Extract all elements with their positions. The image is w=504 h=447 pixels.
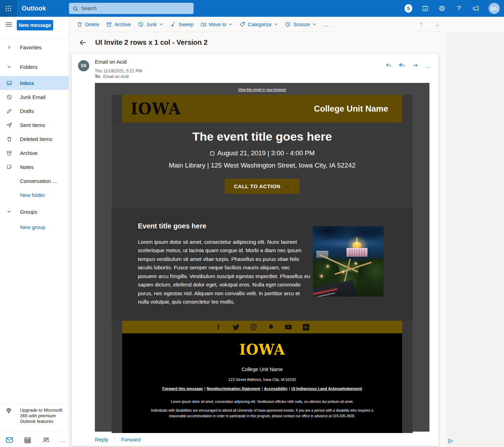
event-location: Main Library | 125 West Washington Stree… [112, 162, 413, 169]
land-acknowledgement-link[interactable]: UI Indigenous Land Acknowledgement [291, 386, 362, 391]
facebook-icon[interactable]: f [215, 323, 222, 331]
sidebar-section-folders[interactable]: Folders [0, 62, 69, 72]
iowa-logo-gold: IOWA [239, 340, 285, 358]
sidebar-item-deleted-items[interactable]: Deleted Items [0, 132, 69, 146]
twitter-icon[interactable] [232, 323, 240, 331]
sender-avatar[interactable]: E6 [78, 60, 89, 71]
inbox-icon [6, 80, 13, 86]
sidebar-section-groups[interactable]: Groups [0, 207, 69, 217]
premium-diamond-icon [6, 407, 13, 424]
sidebar-item-archive[interactable]: Archive [0, 146, 69, 160]
new-message-button[interactable]: New message [17, 20, 53, 30]
instagram-icon[interactable] [250, 323, 257, 331]
email-html-body: View this email in your browser IOWA Col… [95, 83, 429, 432]
sender-name: Email on Acid [95, 59, 127, 65]
pencil-icon [6, 108, 13, 114]
search-icon [72, 6, 78, 12]
next-message-arrow-icon[interactable] [434, 21, 441, 28]
top-app-bar: Outlook S ? EA [0, 0, 504, 17]
snooze-button[interactable]: Snooze [281, 19, 320, 29]
sidebar-section-favorites[interactable]: Favorites [0, 42, 69, 52]
adchoices-icon[interactable] [448, 438, 454, 444]
my-day-calendar-icon[interactable] [421, 5, 429, 12]
iowa-logo-black: IOWA [131, 99, 181, 118]
event-datetime: August 21, 2019 | 3:00 - 4:00 PM [112, 149, 413, 157]
hamburger-menu-icon[interactable] [5, 21, 13, 28]
sidebar-item-conversation[interactable]: Conversation ... [0, 174, 69, 188]
forward-icon[interactable] [412, 62, 418, 69]
sweep-broom-icon [170, 21, 176, 27]
chevron-down-icon [274, 22, 278, 26]
previous-message-arrow-icon[interactable] [418, 21, 425, 28]
settings-gear-icon[interactable] [438, 5, 446, 12]
mail-module-icon[interactable] [6, 436, 13, 444]
footer-address: 123 Street Address, Iowa City, IA 52242 [122, 377, 402, 382]
more-modules-button[interactable]: … [60, 437, 66, 443]
event-hero-section: The event title goes here August 21, 201… [112, 122, 413, 209]
sidebar-item-notes[interactable]: Notes [0, 160, 69, 174]
categorize-button[interactable]: Categorize [236, 19, 281, 29]
chevron-down-icon [6, 210, 13, 214]
sidebar-item-inbox[interactable]: Inbox [0, 76, 69, 90]
help-icon[interactable]: ? [455, 5, 463, 12]
sidebar-item-drafts[interactable]: Drafts [0, 104, 69, 118]
forward-this-message-link[interactable]: Forward this message [162, 386, 203, 391]
trash-icon [77, 21, 83, 27]
reading-pane: UI Invite 2 rows x 1 col - Version 2 E6 … [69, 32, 446, 447]
footer-legal-text-1: Lorem ipsum dolor sit amet, consectetur … [122, 400, 402, 404]
new-folder-link[interactable]: New folder [0, 188, 69, 202]
delete-button[interactable]: Delete [73, 19, 103, 29]
account-avatar[interactable]: EA [489, 3, 500, 14]
email-header-banner: IOWA College Unit Name [122, 95, 402, 122]
event-body-title: Event title goes here [138, 222, 310, 230]
nondiscrimination-link[interactable]: Nondiscrimination Statement [207, 386, 260, 391]
reply-all-icon[interactable] [399, 62, 405, 69]
linkedin-icon[interactable]: in [302, 323, 310, 331]
message-recipient: To:Email on Acid [95, 74, 128, 79]
toolbar-more-button[interactable]: … [320, 21, 333, 28]
sidebar-item-junk-email[interactable]: Junk Email [0, 90, 69, 104]
calendar-module-icon[interactable] [24, 436, 31, 444]
event-title: The event title goes here [112, 130, 413, 143]
sweep-button[interactable]: Sweep [167, 19, 197, 29]
reply-button[interactable]: Reply [95, 437, 108, 442]
email-footer: IOWA College Unit Name 123 Street Addres… [122, 333, 402, 433]
back-arrow-icon[interactable] [79, 39, 87, 47]
new-group-link[interactable]: New group [0, 220, 69, 234]
upgrade-banner[interactable]: Upgrade to Microsoft 365 with premium Ou… [0, 403, 69, 424]
youtube-icon[interactable] [285, 323, 292, 331]
junk-button[interactable]: Junk [134, 19, 167, 29]
move-folder-icon [201, 21, 206, 27]
people-module-icon[interactable] [42, 436, 50, 444]
event-body-paragraph: Lorem ipsum dolor sit amet, consectetur … [138, 238, 310, 306]
message-date: Thu 11/18/2021, 5:21 PM [95, 69, 142, 73]
search-bar[interactable] [69, 3, 194, 14]
view-in-browser-link[interactable]: View this email in your browser [238, 88, 286, 92]
message-more-button[interactable]: … [425, 63, 431, 69]
clock-icon [285, 21, 291, 27]
archive-icon [106, 21, 112, 27]
forward-button[interactable]: Forward [121, 437, 140, 442]
app-title: Outlook [22, 5, 46, 12]
block-icon [138, 21, 144, 27]
archive-button[interactable]: Archive [103, 19, 134, 29]
reply-icon[interactable] [385, 62, 392, 69]
accessibility-link[interactable]: Accessibility [264, 386, 287, 391]
note-icon [6, 164, 13, 170]
chevron-down-icon [159, 22, 163, 26]
sidebar-item-sent-items[interactable]: Sent Items [0, 118, 69, 132]
chevron-right-icon [6, 45, 13, 49]
whats-new-megaphone-icon[interactable] [472, 5, 479, 12]
tag-icon [239, 21, 245, 27]
calendar-icon [210, 151, 215, 156]
skype-icon[interactable]: S [405, 5, 412, 12]
chevron-down-icon [229, 22, 232, 26]
app-launcher-icon[interactable] [0, 0, 17, 17]
search-input[interactable] [81, 6, 179, 11]
chevron-down-icon [313, 22, 316, 26]
ad-rail [446, 32, 504, 447]
footer-links: Forward this message|Nondiscrimination S… [122, 386, 402, 391]
move-to-button[interactable]: Move to [197, 19, 236, 29]
call-to-action-button[interactable]: CALL TO ACTION → [225, 179, 299, 194]
snapchat-icon[interactable] [267, 323, 275, 331]
